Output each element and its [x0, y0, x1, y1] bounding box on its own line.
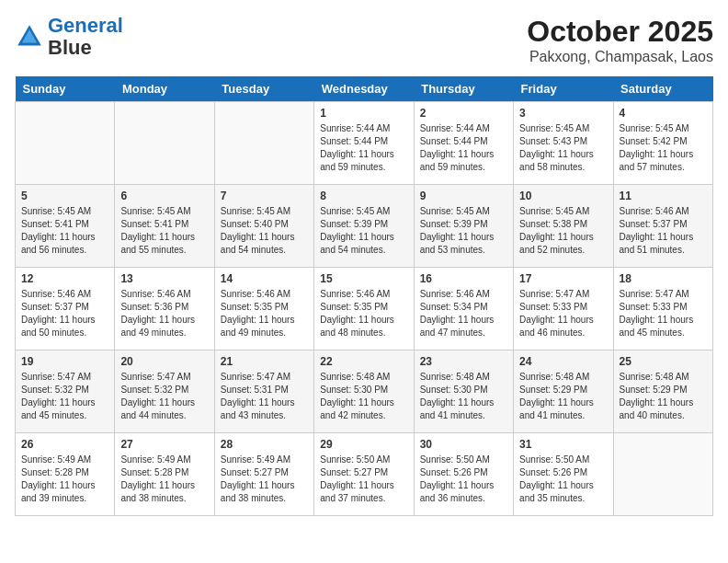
calendar-cell: 20Sunrise: 5:47 AMSunset: 5:32 PMDayligh…: [115, 350, 214, 433]
day-number: 24: [519, 355, 607, 368]
page-header: General Blue October 2025 Pakxong, Champ…: [15, 15, 713, 65]
logo-icon: [15, 22, 44, 52]
calendar-cell: 14Sunrise: 5:46 AMSunset: 5:35 PMDayligh…: [214, 268, 313, 350]
day-info: Sunrise: 5:44 AMSunset: 5:44 PMDaylight:…: [420, 122, 507, 174]
day-info: Sunrise: 5:50 AMSunset: 5:26 PMDaylight:…: [420, 454, 507, 505]
day-number: 1: [320, 107, 407, 120]
day-info: Sunrise: 5:50 AMSunset: 5:27 PMDaylight:…: [320, 454, 407, 505]
calendar-cell: 2Sunrise: 5:44 AMSunset: 5:44 PMDaylight…: [414, 102, 513, 185]
calendar-week-row: 12Sunrise: 5:46 AMSunset: 5:37 PMDayligh…: [16, 268, 713, 350]
page-subtitle: Pakxong, Champasak, Laos: [527, 49, 713, 65]
page-title: October 2025: [527, 15, 713, 49]
calendar-cell: 17Sunrise: 5:47 AMSunset: 5:33 PMDayligh…: [514, 268, 613, 350]
title-block: October 2025 Pakxong, Champasak, Laos: [527, 15, 713, 65]
calendar-cell: 30Sunrise: 5:50 AMSunset: 5:26 PMDayligh…: [414, 433, 513, 516]
day-info: Sunrise: 5:45 AMSunset: 5:39 PMDaylight:…: [320, 205, 407, 257]
calendar-cell: 28Sunrise: 5:49 AMSunset: 5:27 PMDayligh…: [214, 433, 313, 516]
day-info: Sunrise: 5:48 AMSunset: 5:30 PMDaylight:…: [420, 371, 507, 422]
day-number: 18: [620, 272, 707, 285]
calendar-cell: 7Sunrise: 5:45 AMSunset: 5:40 PMDaylight…: [214, 185, 313, 268]
day-number: 11: [620, 190, 707, 202]
calendar-cell: 8Sunrise: 5:45 AMSunset: 5:39 PMDaylight…: [314, 185, 414, 268]
day-info: Sunrise: 5:45 AMSunset: 5:38 PMDaylight:…: [519, 205, 607, 257]
day-number: 25: [620, 355, 707, 368]
day-number: 2: [420, 107, 507, 120]
day-number: 21: [221, 355, 308, 368]
day-info: Sunrise: 5:47 AMSunset: 5:32 PMDaylight:…: [21, 371, 108, 422]
calendar-table: SundayMondayTuesdayWednesdayThursdayFrid…: [15, 76, 713, 516]
day-info: Sunrise: 5:49 AMSunset: 5:28 PMDaylight:…: [120, 454, 208, 505]
calendar-cell: 18Sunrise: 5:47 AMSunset: 5:33 PMDayligh…: [613, 268, 712, 350]
day-info: Sunrise: 5:46 AMSunset: 5:34 PMDaylight:…: [420, 288, 507, 339]
calendar-week-row: 1Sunrise: 5:44 AMSunset: 5:44 PMDaylight…: [16, 102, 713, 185]
calendar-cell: [115, 102, 214, 185]
calendar-cell: 19Sunrise: 5:47 AMSunset: 5:32 PMDayligh…: [16, 350, 115, 433]
day-number: 8: [320, 190, 407, 202]
day-info: Sunrise: 5:45 AMSunset: 5:41 PMDaylight:…: [120, 205, 208, 257]
day-info: Sunrise: 5:45 AMSunset: 5:40 PMDaylight:…: [221, 205, 308, 257]
day-number: 23: [420, 355, 507, 368]
day-info: Sunrise: 5:47 AMSunset: 5:33 PMDaylight:…: [519, 288, 607, 339]
calendar-cell: [613, 433, 712, 516]
calendar-cell: 10Sunrise: 5:45 AMSunset: 5:38 PMDayligh…: [514, 185, 613, 268]
calendar-cell: 23Sunrise: 5:48 AMSunset: 5:30 PMDayligh…: [414, 350, 513, 433]
day-info: Sunrise: 5:46 AMSunset: 5:35 PMDaylight:…: [320, 288, 407, 339]
calendar-cell: [214, 102, 313, 185]
day-info: Sunrise: 5:46 AMSunset: 5:37 PMDaylight:…: [620, 205, 707, 257]
logo: General Blue: [15, 15, 123, 59]
calendar-cell: 27Sunrise: 5:49 AMSunset: 5:28 PMDayligh…: [115, 433, 214, 516]
header-tuesday: Tuesday: [214, 76, 313, 102]
day-number: 16: [420, 272, 507, 285]
logo-line2: Blue: [48, 36, 92, 59]
calendar-cell: 5Sunrise: 5:45 AMSunset: 5:41 PMDaylight…: [16, 185, 115, 268]
day-info: Sunrise: 5:47 AMSunset: 5:33 PMDaylight:…: [620, 288, 707, 339]
day-info: Sunrise: 5:48 AMSunset: 5:29 PMDaylight:…: [519, 371, 607, 422]
day-number: 3: [519, 107, 607, 120]
day-number: 13: [120, 272, 208, 285]
day-info: Sunrise: 5:46 AMSunset: 5:36 PMDaylight:…: [120, 288, 208, 339]
day-info: Sunrise: 5:46 AMSunset: 5:37 PMDaylight:…: [21, 288, 108, 339]
calendar-cell: 26Sunrise: 5:49 AMSunset: 5:28 PMDayligh…: [16, 433, 115, 516]
day-info: Sunrise: 5:47 AMSunset: 5:32 PMDaylight:…: [120, 371, 208, 422]
day-info: Sunrise: 5:46 AMSunset: 5:35 PMDaylight:…: [221, 288, 308, 339]
calendar-week-row: 19Sunrise: 5:47 AMSunset: 5:32 PMDayligh…: [16, 350, 713, 433]
calendar-cell: 3Sunrise: 5:45 AMSunset: 5:43 PMDaylight…: [514, 102, 613, 185]
calendar-cell: 16Sunrise: 5:46 AMSunset: 5:34 PMDayligh…: [414, 268, 513, 350]
day-info: Sunrise: 5:47 AMSunset: 5:31 PMDaylight:…: [221, 371, 308, 422]
day-number: 6: [120, 190, 208, 202]
calendar-cell: 25Sunrise: 5:48 AMSunset: 5:29 PMDayligh…: [613, 350, 712, 433]
logo-text: General Blue: [48, 15, 123, 59]
day-number: 22: [320, 355, 407, 368]
day-info: Sunrise: 5:48 AMSunset: 5:30 PMDaylight:…: [320, 371, 407, 422]
day-number: 27: [120, 438, 208, 451]
calendar-cell: 1Sunrise: 5:44 AMSunset: 5:44 PMDaylight…: [314, 102, 414, 185]
calendar-cell: 21Sunrise: 5:47 AMSunset: 5:31 PMDayligh…: [214, 350, 313, 433]
day-number: 29: [320, 438, 407, 451]
calendar-cell: 22Sunrise: 5:48 AMSunset: 5:30 PMDayligh…: [314, 350, 414, 433]
day-number: 9: [420, 190, 507, 202]
day-number: 12: [21, 272, 108, 285]
calendar-cell: 15Sunrise: 5:46 AMSunset: 5:35 PMDayligh…: [314, 268, 414, 350]
day-number: 28: [221, 438, 308, 451]
day-info: Sunrise: 5:49 AMSunset: 5:28 PMDaylight:…: [21, 454, 108, 505]
header-saturday: Saturday: [613, 76, 712, 102]
header-monday: Monday: [115, 76, 214, 102]
day-number: 20: [120, 355, 208, 368]
day-info: Sunrise: 5:45 AMSunset: 5:39 PMDaylight:…: [420, 205, 507, 257]
calendar-cell: 4Sunrise: 5:45 AMSunset: 5:42 PMDaylight…: [613, 102, 712, 185]
day-info: Sunrise: 5:45 AMSunset: 5:43 PMDaylight:…: [519, 122, 607, 174]
day-info: Sunrise: 5:48 AMSunset: 5:29 PMDaylight:…: [620, 371, 707, 422]
day-number: 14: [221, 272, 308, 285]
calendar-cell: 6Sunrise: 5:45 AMSunset: 5:41 PMDaylight…: [115, 185, 214, 268]
calendar-header-row: SundayMondayTuesdayWednesdayThursdayFrid…: [16, 76, 713, 102]
calendar-cell: 13Sunrise: 5:46 AMSunset: 5:36 PMDayligh…: [115, 268, 214, 350]
calendar-cell: [16, 102, 115, 185]
day-number: 15: [320, 272, 407, 285]
header-wednesday: Wednesday: [314, 76, 414, 102]
day-number: 5: [21, 190, 108, 202]
calendar-cell: 9Sunrise: 5:45 AMSunset: 5:39 PMDaylight…: [414, 185, 513, 268]
day-info: Sunrise: 5:45 AMSunset: 5:41 PMDaylight:…: [21, 205, 108, 257]
day-number: 7: [221, 190, 308, 202]
day-number: 4: [620, 107, 707, 120]
calendar-cell: 24Sunrise: 5:48 AMSunset: 5:29 PMDayligh…: [514, 350, 613, 433]
